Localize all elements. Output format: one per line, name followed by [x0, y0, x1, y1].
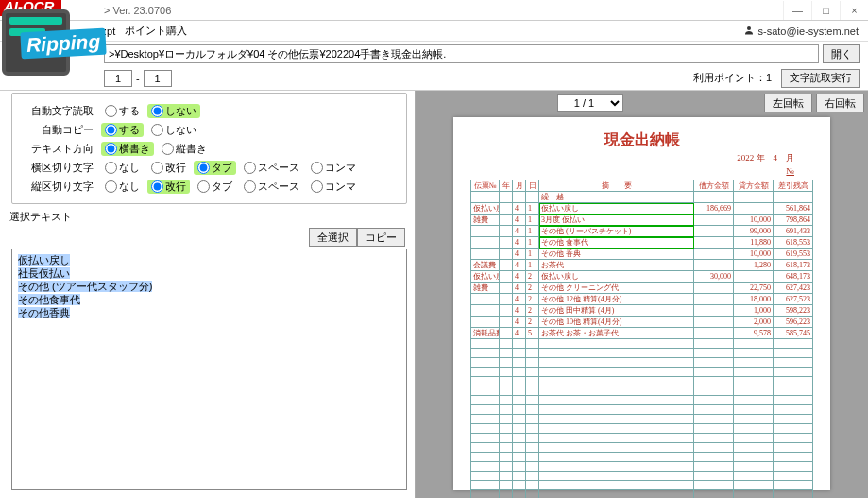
- filepath-input[interactable]: [104, 44, 819, 63]
- page-from-input[interactable]: [104, 70, 132, 87]
- h-delim-label: 横区切り文字: [24, 161, 97, 175]
- text-dir-horizontal[interactable]: 横書き: [101, 142, 154, 156]
- left-panel: 自動文字読取 する しない 自動コピー する しない テキスト方向 横書き 縦書…: [0, 91, 416, 498]
- version-label: > Ver. 23.0706: [104, 5, 171, 16]
- h-delim-space[interactable]: スペース: [240, 161, 303, 175]
- point-purchase-link[interactable]: ポイント購入: [125, 24, 187, 38]
- auto-read-dont[interactable]: しない: [147, 104, 200, 118]
- page-to-input[interactable]: [144, 70, 172, 87]
- svg-point-0: [747, 26, 751, 30]
- ledger-table: 伝票№年月日摘 要借方金額貸方金額差引残高 繰 越仮払い戻し41仮払い戻し186…: [470, 180, 813, 498]
- auto-read-do[interactable]: する: [101, 104, 144, 118]
- user-display: s-sato@ie-system.net: [743, 25, 859, 38]
- v-delim-none[interactable]: なし: [101, 180, 144, 194]
- points-label: 利用ポイント：1: [693, 71, 772, 85]
- v-delim-comma[interactable]: コンマ: [307, 180, 360, 194]
- options-group: 自動文字読取 する しない 自動コピー する しない テキスト方向 横書き 縦書…: [11, 93, 407, 204]
- filepath-row: 開く: [0, 42, 868, 66]
- open-button[interactable]: 開く: [823, 44, 860, 63]
- text-dir-label: テキスト方向: [24, 142, 97, 156]
- selected-text-label: 選択テキスト: [9, 210, 405, 224]
- page-selector[interactable]: 1 / 1: [557, 94, 623, 112]
- maximize-button[interactable]: □: [811, 1, 840, 20]
- rotate-left-button[interactable]: 左回転: [764, 94, 812, 112]
- pt-label: :pt: [104, 26, 115, 37]
- v-delim-space[interactable]: スペース: [240, 180, 303, 194]
- user-icon: [743, 25, 755, 38]
- page-range-row: - 利用ポイント：1 文字読取実行: [0, 66, 868, 91]
- v-delim-tab[interactable]: タブ: [194, 180, 236, 194]
- h-delim-lf[interactable]: 改行: [147, 161, 190, 175]
- h-delim-comma[interactable]: コンマ: [307, 161, 360, 175]
- h-delim-tab[interactable]: タブ: [194, 161, 236, 175]
- document-preview[interactable]: 現金出納帳 2022 年 4 月 № 伝票№年月日摘 要借方金額貸方金額差引残高…: [453, 117, 830, 490]
- text-dir-vertical[interactable]: 縦書き: [158, 142, 211, 156]
- auto-read-label: 自動文字読取: [24, 104, 97, 118]
- v-delim-lf[interactable]: 改行: [147, 180, 190, 194]
- toolbar: :pt ポイント購入 s-sato@ie-system.net: [0, 21, 868, 42]
- doc-date: 2022 年 4 月: [470, 152, 813, 164]
- close-button[interactable]: ×: [840, 1, 868, 20]
- auto-copy-dont[interactable]: しない: [147, 123, 200, 137]
- doc-title: 現金出納帳: [470, 130, 813, 150]
- rotate-right-button[interactable]: 右回転: [816, 94, 864, 112]
- run-ocr-button[interactable]: 文字読取実行: [781, 69, 860, 88]
- preview-panel: 1 / 1 左回転 右回転 現金出納帳 2022 年 4 月 № 伝票№年月日摘…: [416, 91, 868, 498]
- minimize-button[interactable]: —: [783, 1, 811, 20]
- extracted-text-area[interactable]: 仮払い戻し社長仮払いその他 (ツアー代スタッフ分)その他食事代その他香典: [11, 249, 407, 490]
- doc-no: №: [470, 166, 813, 176]
- h-delim-none[interactable]: なし: [101, 161, 144, 175]
- auto-copy-label: 自動コピー: [24, 123, 97, 137]
- auto-copy-do[interactable]: する: [101, 123, 144, 137]
- copy-button[interactable]: コピー: [357, 228, 405, 247]
- window-titlebar: > Ver. 23.0706 — □ ×: [0, 0, 868, 21]
- v-delim-label: 縦区切り文字: [24, 180, 97, 194]
- select-all-button[interactable]: 全選択: [309, 228, 357, 247]
